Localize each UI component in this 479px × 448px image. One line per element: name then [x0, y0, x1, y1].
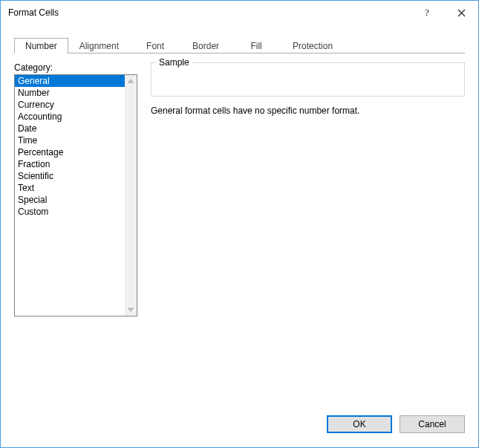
svg-text:?: ?	[425, 7, 429, 18]
tab-number[interactable]: Number	[14, 38, 68, 53]
list-item[interactable]: Fraction	[15, 158, 125, 170]
tab-strip: NumberAlignmentFontBorderFillProtection	[14, 35, 465, 53]
list-item[interactable]: Scientific	[15, 170, 125, 182]
list-item[interactable]: General	[15, 75, 125, 87]
list-item[interactable]: Currency	[15, 99, 125, 111]
format-cells-dialog: Format Cells ? NumberAlignmentFontBorder…	[0, 0, 479, 448]
tab-border[interactable]: Border	[180, 38, 231, 53]
format-description: General format cells have no specific nu…	[151, 105, 465, 116]
tab-alignment[interactable]: Alignment	[68, 38, 130, 53]
sample-group: Sample	[151, 62, 465, 97]
sample-legend: Sample	[156, 57, 192, 68]
tab-fill[interactable]: Fill	[231, 38, 281, 53]
scrollbar[interactable]	[125, 75, 137, 316]
dialog-footer: OK Cancel	[1, 410, 478, 447]
list-item[interactable]: Time	[15, 134, 125, 146]
category-listbox[interactable]: GeneralNumberCurrencyAccountingDateTimeP…	[14, 74, 137, 316]
list-item[interactable]: Special	[15, 194, 125, 206]
titlebar: Format Cells ?	[1, 1, 478, 25]
list-item[interactable]: Text	[15, 182, 125, 194]
window-title: Format Cells	[8, 7, 59, 18]
list-item[interactable]: Percentage	[15, 146, 125, 158]
list-item[interactable]: Accounting	[15, 111, 125, 123]
list-item[interactable]: Custom	[15, 206, 125, 218]
scroll-up-icon[interactable]	[125, 75, 137, 87]
help-button[interactable]: ?	[410, 1, 444, 25]
tab-protection[interactable]: Protection	[281, 38, 344, 53]
category-label: Category:	[14, 62, 137, 73]
close-button[interactable]	[444, 1, 478, 25]
tab-panel-number: Category: GeneralNumberCurrencyAccountin…	[14, 53, 465, 401]
ok-button[interactable]: OK	[327, 415, 392, 433]
list-item[interactable]: Date	[15, 123, 125, 134]
dialog-content: NumberAlignmentFontBorderFillProtection …	[1, 25, 478, 410]
list-item[interactable]: Number	[15, 87, 125, 99]
cancel-button[interactable]: Cancel	[400, 415, 465, 433]
scroll-down-icon[interactable]	[125, 304, 137, 316]
tab-font[interactable]: Font	[130, 38, 180, 53]
